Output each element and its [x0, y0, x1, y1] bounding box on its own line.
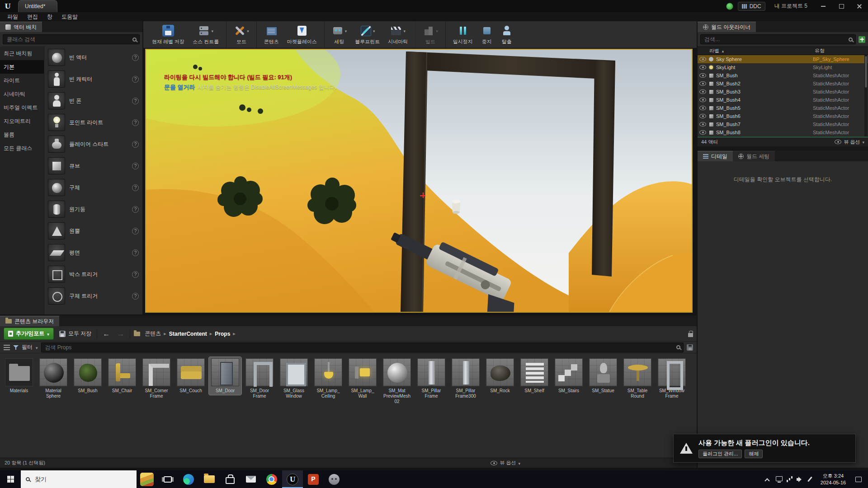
asset-tile[interactable]: SM_Rock	[484, 357, 516, 395]
breadcrumb-item[interactable]: 콘텐츠	[144, 330, 162, 338]
panel-splitter[interactable]	[698, 146, 868, 150]
viewport-3d[interactable]: 라이팅을 다시 빌드해야 합니다 (빌드 필요: 91개) 문을 열거라 시지를…	[145, 49, 693, 313]
actor-category-item[interactable]: 모든 클래스	[0, 141, 44, 155]
asset-tile[interactable]: SM_Pillar Frame	[415, 357, 448, 400]
asset-tile[interactable]: SM_Window Frame	[656, 357, 688, 400]
menu-item[interactable]: 창	[42, 13, 57, 21]
toolbar-button[interactable]: 일시정지	[445, 21, 477, 48]
actor-help-icon[interactable]	[132, 228, 139, 235]
start-button[interactable]	[0, 470, 21, 488]
label-column-header[interactable]: 라벨	[709, 47, 725, 54]
chevron-down-icon[interactable]	[211, 28, 213, 34]
placeable-actor-row[interactable]: 평면	[44, 242, 142, 263]
placeable-actor-row[interactable]: 구체	[44, 177, 142, 198]
actor-category-item[interactable]: 기본	[0, 60, 44, 74]
outliner-row[interactable]: SM_Bush3 StaticMeshActor	[698, 88, 868, 96]
asset-tile[interactable]: SM_Stairs	[552, 357, 585, 395]
toolbar-button[interactable]: 현재 레벨 저장	[148, 21, 189, 48]
forward-button[interactable]: →	[115, 330, 126, 338]
asset-search-input[interactable]	[44, 344, 676, 351]
asset-tile[interactable]: SM_Door	[209, 357, 241, 395]
actor-help-icon[interactable]	[132, 76, 139, 83]
actor-help-icon[interactable]	[132, 141, 139, 148]
placeable-actor-row[interactable]: 큐브	[44, 155, 142, 177]
actor-category-item[interactable]: 최근 배치됨	[0, 47, 44, 60]
manage-plugins-button[interactable]: 플러그인 관리...	[698, 450, 742, 458]
outliner-row[interactable]: SM_Bush7 StaticMeshActor	[698, 120, 868, 128]
asset-tile[interactable]: SM_Pillar Frame300	[449, 357, 482, 400]
actor-category-item[interactable]: 라이트	[0, 74, 44, 87]
placeable-actor-row[interactable]: 포인트 라이트	[44, 112, 142, 133]
chevron-down-icon[interactable]	[373, 28, 375, 34]
outliner-scrollbar[interactable]	[864, 55, 868, 136]
outliner-row[interactable]: SM_Bush2 StaticMeshActor	[698, 80, 868, 88]
visibility-eye-icon[interactable]	[699, 89, 706, 94]
outliner-row[interactable]: SM_Bush8 StaticMeshActor	[698, 128, 868, 136]
asset-tile[interactable]: Material Sphere	[37, 357, 70, 400]
actor-category-item[interactable]: 시네마틱	[0, 87, 44, 101]
asset-tile[interactable]: SM_Chair	[106, 357, 138, 395]
breadcrumb-item[interactable]: Props	[214, 331, 231, 337]
placeable-actor-row[interactable]: 원뿔	[44, 220, 142, 242]
visibility-eye-icon[interactable]	[699, 57, 706, 61]
close-button[interactable]	[853, 0, 866, 12]
world-outliner-tab[interactable]: 월드 아웃라이너	[698, 22, 756, 32]
outliner-view-options[interactable]: 뷰 옵션	[835, 139, 864, 145]
chevron-down-icon[interactable]	[436, 28, 438, 34]
visibility-eye-icon[interactable]	[699, 98, 706, 102]
scrollbar-thumb[interactable]	[865, 56, 867, 88]
toolbar-button[interactable]: 콘텐츠	[256, 21, 283, 48]
dismiss-button[interactable]: 해제	[745, 450, 763, 458]
volume-tray-icon[interactable]	[796, 475, 804, 483]
visibility-eye-icon[interactable]	[699, 114, 706, 118]
outliner-row[interactable]: SM_Bush6 StaticMeshActor	[698, 112, 868, 120]
action-center-icon[interactable]	[855, 477, 862, 482]
add-import-button[interactable]: 추가/임포트	[4, 328, 54, 340]
tab-world-settings[interactable]: 월드 세팅	[733, 151, 775, 161]
asset-tile[interactable]: SM_Mat PreviewMesh 02	[381, 357, 413, 406]
chevron-down-icon[interactable]	[345, 28, 347, 34]
actor-help-icon[interactable]	[132, 206, 139, 213]
type-column-header[interactable]: 유형	[815, 47, 868, 54]
toolbar-button[interactable]: 마켓플레이스	[283, 21, 321, 48]
visibility-eye-icon[interactable]	[699, 106, 706, 110]
placeable-actor-row[interactable]: 빈 폰	[44, 90, 142, 112]
placeable-actor-row[interactable]: 구체 트리거	[44, 285, 142, 307]
class-search-box[interactable]	[3, 34, 140, 44]
asset-tile[interactable]: SM_Lamp_ Ceiling	[312, 357, 344, 400]
outliner-row[interactable]: SM_Bush StaticMeshActor	[698, 71, 868, 80]
actor-help-icon[interactable]	[132, 98, 139, 104]
unreal-editor-icon[interactable]	[282, 470, 303, 488]
placeable-actor-row[interactable]: 빈 액터	[44, 47, 142, 68]
chrome-icon[interactable]	[261, 470, 282, 488]
asset-tile[interactable]: SM_Glass Window	[278, 357, 310, 400]
actor-help-icon[interactable]	[132, 271, 139, 278]
app-icon[interactable]	[324, 470, 344, 488]
visibility-eye-icon[interactable]	[699, 130, 706, 135]
tab-details[interactable]: 디테일	[698, 151, 733, 161]
visibility-eye-icon[interactable]	[699, 81, 706, 86]
ddc-button[interactable]: DDC	[738, 2, 765, 11]
level-tab[interactable]: Untitled*	[18, 0, 57, 12]
visibility-eye-icon[interactable]	[699, 122, 706, 127]
actor-category-item[interactable]: 볼륨	[0, 128, 44, 141]
asset-search-box[interactable]	[41, 343, 684, 352]
asset-tile[interactable]: SM_Bush	[71, 357, 104, 395]
placeable-actor-row[interactable]: 플레이어 스타트	[44, 133, 142, 155]
asset-tile[interactable]: SM_Corner Frame	[140, 357, 173, 400]
visibility-eye-icon[interactable]	[699, 65, 706, 70]
toolbar-button[interactable]: 세팅	[324, 21, 351, 48]
asset-tile[interactable]: SM_Statue	[587, 357, 619, 395]
actor-help-icon[interactable]	[132, 184, 139, 191]
add-filter-icon[interactable]	[859, 36, 865, 43]
filters-label[interactable]: 필터	[22, 343, 33, 351]
chevron-down-icon[interactable]	[247, 28, 249, 34]
store-icon[interactable]	[220, 470, 241, 488]
content-view-options[interactable]: 뷰 옵션	[491, 460, 520, 466]
menu-item[interactable]: 도움말	[57, 13, 82, 21]
chevron-down-icon[interactable]	[36, 344, 38, 351]
toolbar-button[interactable]: 소스 컨트롤	[189, 21, 223, 48]
lock-icon[interactable]	[688, 333, 693, 337]
actor-category-item[interactable]: 비주얼 이펙트	[0, 101, 44, 114]
actor-help-icon[interactable]	[132, 163, 139, 169]
